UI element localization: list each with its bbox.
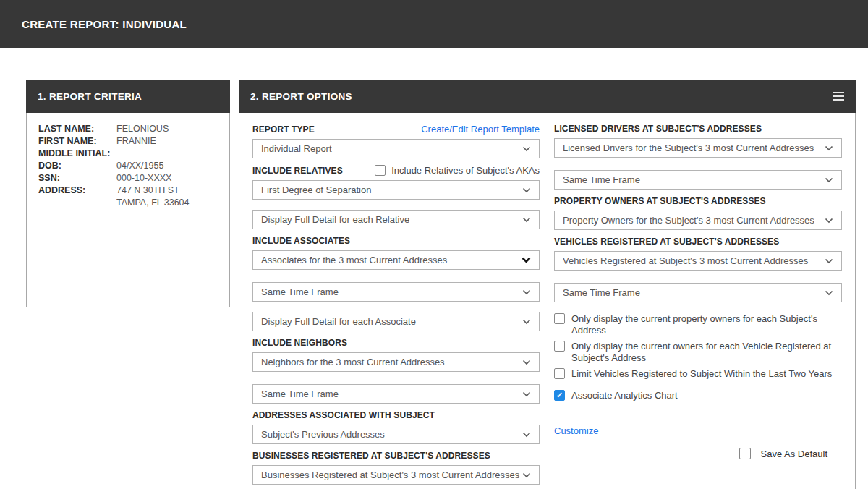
include-akas-checkbox-label: Include Relatives of Subject's AKAs xyxy=(391,165,540,176)
chevron-down-icon xyxy=(522,187,531,193)
chevron-down-icon xyxy=(522,146,531,152)
criteria-row-dob: DOB: 04/XX/1955 xyxy=(38,160,218,172)
page-header: CREATE REPORT: INDIVIDUAL xyxy=(0,0,868,48)
chevron-down-icon xyxy=(522,360,531,365)
relatives-detail-select-value: Display Full Detail for each Relative xyxy=(261,214,409,225)
current-property-owners-checkbox-box[interactable] xyxy=(554,313,565,324)
addresses-associated-label: ADDRESSES ASSOCIATED WITH SUBJECT xyxy=(252,410,540,420)
criteria-row-last-name: LAST NAME: FELONIOUS xyxy=(38,123,218,135)
vehicles-timeframe-select[interactable]: Same Time Frame xyxy=(554,283,842,302)
associates-detail-select-value: Display Full Detail for each Associate xyxy=(261,316,416,327)
first-name-value: FRANNIE xyxy=(116,135,156,148)
associate-analytics-chart-checkbox-label: Associate Analytics Chart xyxy=(571,390,678,401)
relatives-detail-select[interactable]: Display Full Detail for each Relative xyxy=(252,210,540,229)
chevron-down-icon xyxy=(825,177,833,183)
chevron-down-icon xyxy=(522,257,531,263)
relatives-degree-select-value: First Degree of Separation xyxy=(261,184,371,195)
current-property-owners-checkbox-label: Only display the current property owners… xyxy=(571,313,842,336)
criteria-row-address: ADDRESS: 747 N 30TH ST xyxy=(38,184,218,197)
ssn-label: SSN: xyxy=(38,172,116,184)
last-name-label: LAST NAME: xyxy=(38,123,116,135)
businesses-registered-select-value: Businesses Registered at Subject's 3 mos… xyxy=(261,469,519,480)
neighbors-scope-select-value: Neighbors for the 3 most Current Address… xyxy=(261,357,445,367)
previous-addresses-select-value: Subject's Previous Addresses xyxy=(261,429,385,440)
create-edit-template-link[interactable]: Create/Edit Report Template xyxy=(421,124,540,135)
associates-detail-select[interactable]: Display Full Detail for each Associate xyxy=(252,312,540,331)
include-neighbors-label: INCLUDE NEIGHBORS xyxy=(252,338,540,348)
options-right-column: LICENSED DRIVERS AT SUBJECT'S ADDRESSES … xyxy=(554,112,842,485)
include-associates-label: INCLUDE ASSOCIATES xyxy=(252,236,540,246)
criteria-row-address-line2: TAMPA, FL 33604 xyxy=(38,197,218,209)
chevron-down-icon xyxy=(825,290,833,296)
neighbors-timeframe-select[interactable]: Same Time Frame xyxy=(252,384,540,404)
associates-timeframe-select-value: Same Time Frame xyxy=(261,286,339,297)
page-title: CREATE REPORT: INDIVIDUAL xyxy=(0,18,187,30)
report-options-body: REPORT TYPE Create/Edit Report Template … xyxy=(239,112,855,485)
report-options-panel-header: 2. REPORT OPTIONS xyxy=(239,80,856,113)
chevron-down-icon xyxy=(522,391,531,397)
report-type-label: REPORT TYPE xyxy=(252,124,315,135)
save-as-default-checkbox-label: Save As Default xyxy=(761,448,828,459)
licensed-drivers-select[interactable]: Licensed Drivers for the Subject's 3 mos… xyxy=(554,138,842,158)
chevron-down-icon xyxy=(522,289,531,295)
address-value-line1: 747 N 30TH ST xyxy=(116,184,179,197)
associates-scope-select[interactable]: Associates for the 3 most Current Addres… xyxy=(252,250,540,270)
current-property-owners-checkbox[interactable]: Only display the current property owners… xyxy=(554,313,842,336)
address-value-line2: TAMPA, FL 33604 xyxy=(116,197,190,209)
report-type-row: REPORT TYPE Create/Edit Report Template xyxy=(252,124,540,135)
panel-menu-icon[interactable] xyxy=(833,89,844,104)
report-options-panel: 2. REPORT OPTIONS REPORT TYPE Create/Edi… xyxy=(239,80,856,489)
first-name-label: FIRST NAME: xyxy=(38,135,116,148)
property-owners-select[interactable]: Property Owners for the Subject's 3 most… xyxy=(554,211,842,230)
dob-value: 04/XX/1955 xyxy=(116,160,163,172)
save-as-default-checkbox[interactable]: Save As Default xyxy=(554,448,842,459)
drivers-timeframe-select-value: Same Time Frame xyxy=(563,174,640,185)
ssn-value: 000-10-XXXX xyxy=(116,172,171,184)
middle-initial-label: MIDDLE INITIAL: xyxy=(38,148,116,160)
drivers-timeframe-select[interactable]: Same Time Frame xyxy=(554,170,842,190)
report-criteria-panel: 1. REPORT CRITERIA LAST NAME: FELONIOUS … xyxy=(26,80,230,307)
report-options-title: 2. REPORT OPTIONS xyxy=(250,91,352,102)
businesses-registered-select[interactable]: Businesses Registered at Subject's 3 mos… xyxy=(252,465,540,485)
licensed-drivers-select-value: Licensed Drivers for the Subject's 3 mos… xyxy=(563,143,814,153)
criteria-row-middle-initial: MIDDLE INITIAL: xyxy=(38,148,218,160)
neighbors-timeframe-select-value: Same Time Frame xyxy=(261,388,339,399)
chevron-down-icon xyxy=(825,218,833,224)
last-name-value: FELONIOUS xyxy=(116,123,169,135)
chevron-down-icon xyxy=(825,145,833,151)
associate-analytics-chart-checkbox[interactable]: Associate Analytics Chart xyxy=(554,390,842,401)
save-as-default-checkbox-box[interactable] xyxy=(739,448,751,459)
limit-vehicles-checkbox-box[interactable] xyxy=(554,368,565,379)
vehicles-registered-select[interactable]: Vehicles Registered at Subject's 3 most … xyxy=(554,251,842,271)
include-relatives-row: INCLUDE RELATIVES Include Relatives of S… xyxy=(252,165,540,176)
limit-vehicles-checkbox[interactable]: Limit Vehicles Registered to Subject Wit… xyxy=(554,368,842,380)
property-owners-select-value: Property Owners for the Subject's 3 most… xyxy=(563,215,814,226)
chevron-down-icon xyxy=(825,258,833,264)
chevron-down-icon xyxy=(522,319,531,325)
options-checkbox-group: Only display the current property owners… xyxy=(554,313,842,401)
chevron-down-icon xyxy=(522,432,531,438)
criteria-row-ssn: SSN: 000-10-XXXX xyxy=(38,172,218,184)
vehicles-registered-select-value: Vehicles Registered at Subject's 3 most … xyxy=(563,255,808,266)
relatives-degree-select[interactable]: First Degree of Separation xyxy=(252,180,540,200)
vehicles-timeframe-select-value: Same Time Frame xyxy=(563,287,640,298)
report-type-select[interactable]: Individual Report xyxy=(252,139,540,158)
include-akas-checkbox-box[interactable] xyxy=(375,165,386,176)
previous-addresses-select[interactable]: Subject's Previous Addresses xyxy=(252,425,540,444)
include-akas-checkbox[interactable]: Include Relatives of Subject's AKAs xyxy=(375,165,540,176)
associate-analytics-chart-checkbox-box[interactable] xyxy=(554,390,565,401)
current-vehicle-owners-checkbox-box[interactable] xyxy=(554,341,565,352)
customize-link[interactable]: Customize xyxy=(554,425,598,436)
current-vehicle-owners-checkbox[interactable]: Only display the current owners for each… xyxy=(554,341,842,364)
customize-row: Customize xyxy=(554,424,842,437)
address-label: ADDRESS: xyxy=(38,184,116,197)
property-owners-label: PROPERTY OWNERS AT SUBJECT'S ADDRESSES xyxy=(554,196,842,206)
limit-vehicles-checkbox-label: Limit Vehicles Registered to Subject Wit… xyxy=(571,368,832,380)
current-vehicle-owners-checkbox-label: Only display the current owners for each… xyxy=(571,341,842,364)
licensed-drivers-label: LICENSED DRIVERS AT SUBJECT'S ADDRESSES xyxy=(554,124,842,134)
neighbors-scope-select[interactable]: Neighbors for the 3 most Current Address… xyxy=(252,352,540,372)
associates-timeframe-select[interactable]: Same Time Frame xyxy=(252,282,540,302)
report-type-select-value: Individual Report xyxy=(261,143,332,154)
address-label-spacer xyxy=(38,197,116,209)
chevron-down-icon xyxy=(522,217,531,223)
